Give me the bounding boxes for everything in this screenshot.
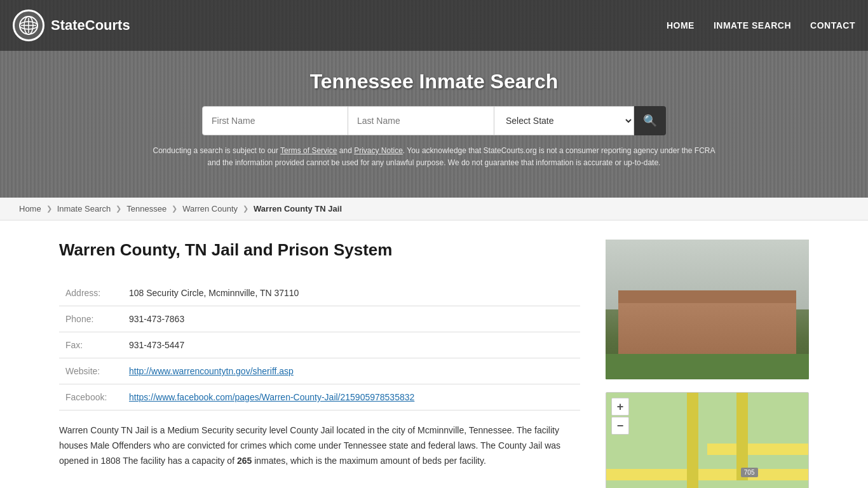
breadcrumb-inmate-search[interactable]: Inmate Search [57, 204, 111, 214]
map-road-badge: 705 [741, 468, 758, 477]
website-label: Website: [59, 358, 123, 384]
breadcrumb-home[interactable]: Home [19, 204, 41, 214]
website-row: Website: http://www.warrencountytn.gov/s… [59, 358, 580, 384]
search-button[interactable]: 🔍 [634, 106, 666, 135]
breadcrumb-sep-3: ❯ [172, 205, 177, 213]
content-right: + − 705 [606, 240, 809, 488]
breadcrumb: Home ❯ Inmate Search ❯ Tennessee ❯ Warre… [0, 198, 868, 220]
facebook-link[interactable]: https://www.facebook.com/pages/Warren-Co… [129, 392, 414, 402]
map-zoom-out[interactable]: − [611, 417, 629, 435]
search-bar: Select State Tennessee Alabama Alaska 🔍 [180, 106, 688, 135]
top-nav: StateCourts HOME INMATE SEARCH CONTACT [0, 0, 868, 51]
breadcrumb-current: Warren County TN Jail [254, 204, 342, 214]
breadcrumb-sep-2: ❯ [116, 205, 121, 213]
nav-links: HOME INMATE SEARCH CONTACT [667, 17, 855, 34]
breadcrumb-sep-4: ❯ [243, 205, 248, 213]
jail-photo [606, 240, 809, 379]
main-content: Warren County, TN Jail and Prison System… [34, 220, 834, 488]
map-zoom-in[interactable]: + [611, 398, 629, 416]
disclaimer-text: Conducting a search is subject to our Te… [148, 145, 720, 185]
address-row: Address: 108 Security Circle, Mcminnvill… [59, 280, 580, 306]
facebook-label: Facebook: [59, 384, 123, 410]
map-road-v1 [687, 393, 698, 488]
site-logo[interactable]: StateCourts [13, 10, 130, 41]
map-container: + − 705 [606, 392, 809, 488]
breadcrumb-warren-county[interactable]: Warren County [182, 204, 238, 214]
breadcrumb-sep-1: ❯ [46, 205, 52, 213]
breadcrumb-tennessee[interactable]: Tennessee [126, 204, 166, 214]
header-content: StateCourts HOME INMATE SEARCH CONTACT T… [0, 0, 868, 198]
address-value: 108 Security Circle, Mcminnville, TN 371… [123, 280, 580, 306]
last-name-input[interactable] [348, 106, 494, 135]
facebook-row: Facebook: https://www.facebook.com/pages… [59, 384, 580, 410]
nav-contact[interactable]: CONTACT [810, 17, 855, 34]
logo-svg [18, 15, 39, 36]
fax-value: 931-473-5447 [123, 332, 580, 358]
capacity-value: 265 [237, 456, 252, 466]
search-hero: Tennessee Inmate Search Select State Ten… [0, 51, 868, 198]
page-title: Warren County, TN Jail and Prison System [59, 240, 580, 261]
map-road-h1 [606, 469, 808, 480]
photo-building [618, 303, 796, 354]
content-left: Warren County, TN Jail and Prison System… [59, 240, 580, 488]
fax-row: Fax: 931-473-5447 [59, 332, 580, 358]
terms-link[interactable]: Terms of Service [280, 146, 337, 155]
phone-row: Phone: 931-473-7863 [59, 306, 580, 332]
map-controls: + − [611, 398, 629, 435]
description-end: inmates, which is the maximum amount of … [252, 456, 486, 466]
phone-value: 931-473-7863 [123, 306, 580, 332]
description: Warren County TN Jail is a Medium Securi… [59, 423, 580, 468]
facebook-value: https://www.facebook.com/pages/Warren-Co… [123, 384, 580, 410]
website-link[interactable]: http://www.warrencountytn.gov/sheriff.as… [129, 366, 294, 376]
state-select[interactable]: Select State Tennessee Alabama Alaska [494, 106, 634, 135]
nav-home[interactable]: HOME [667, 17, 695, 34]
hero-title: Tennessee Inmate Search [13, 70, 855, 93]
nav-inmate-search[interactable]: INMATE SEARCH [714, 17, 791, 34]
logo-icon [13, 10, 44, 41]
website-value: http://www.warrencountytn.gov/sheriff.as… [123, 358, 580, 384]
fax-label: Fax: [59, 332, 123, 358]
site-header: StateCourts HOME INMATE SEARCH CONTACT T… [0, 0, 868, 198]
map-road-h2 [707, 444, 808, 455]
info-table: Address: 108 Security Circle, Mcminnvill… [59, 280, 580, 410]
privacy-link[interactable]: Privacy Notice [354, 146, 403, 155]
logo-text: StateCourts [51, 17, 130, 34]
address-label: Address: [59, 280, 123, 306]
phone-label: Phone: [59, 306, 123, 332]
jail-photo-inner [606, 240, 809, 379]
first-name-input[interactable] [202, 106, 348, 135]
photo-ground [606, 354, 809, 379]
search-icon: 🔍 [643, 114, 657, 128]
